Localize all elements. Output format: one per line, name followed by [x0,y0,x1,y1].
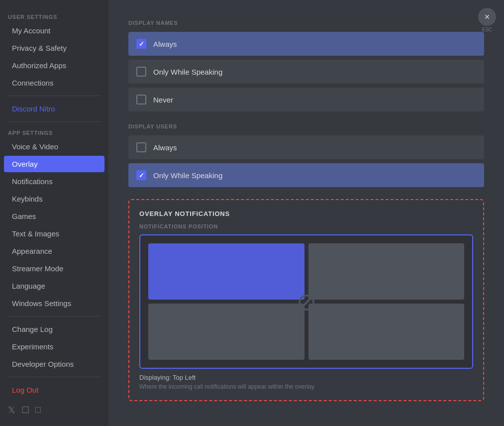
sidebar-item-my-account[interactable]: My Account [4,22,104,39]
position-top-left-button[interactable] [148,243,304,300]
display-users-always-label: Always [153,143,177,152]
sidebar-divider-2 [8,121,101,122]
notifications-position-label: Notifications Position [139,223,473,229]
display-users-always-checkbox[interactable] [136,142,146,152]
display-names-label: Display Names [128,20,484,26]
display-names-always-label: Always [153,40,177,48]
user-settings-section-label: User Settings [0,10,108,22]
sidebar-divider-4 [8,377,101,377]
sidebar-item-authorized-apps[interactable]: Authorized Apps [4,57,104,74]
facebook-icon[interactable]: ☐ [21,405,29,416]
sidebar-item-experiments[interactable]: Experiments [4,338,104,355]
sidebar-item-privacy-safety[interactable]: Privacy & Safety [4,40,104,56]
sidebar-item-appearance[interactable]: Appearance [4,243,104,259]
display-names-speaking-label: Only While Speaking [153,68,222,76]
sidebar-item-connections[interactable]: Connections [4,75,104,91]
esc-label: ESC [482,27,493,32]
display-users-section: Display Users Always Only While Speaking [128,123,484,187]
display-names-never-label: Never [153,96,173,104]
overlay-notifications-title: Overlay Notifications [139,210,473,217]
social-links: 𝕏 ☐ □ [0,401,108,420]
display-users-label: Display Users [128,123,484,129]
sidebar-item-developer-options[interactable]: Developer Options [4,356,104,372]
display-names-always-option[interactable]: Always [128,32,484,56]
close-button[interactable]: × [478,8,496,26]
app-settings-section-label: App Settings [0,126,108,138]
displaying-text: Displaying: Top Left [139,374,473,381]
position-top-right-button[interactable] [308,243,465,300]
main-content: × ESC Display Names Always Only While Sp… [108,0,504,426]
sidebar-item-logout[interactable]: Log Out [4,382,104,398]
display-users-speaking-label: Only While Speaking [153,171,222,180]
overlay-notifications-section: Overlay Notifications Notifications Posi… [128,199,484,401]
display-users-always-option[interactable]: Always [128,135,484,159]
displaying-description: Where the incoming call notifications wi… [139,383,473,390]
sidebar-item-language[interactable]: Language [4,278,104,294]
display-names-never-checkbox[interactable] [136,95,146,105]
sidebar-item-text-images[interactable]: Text & Images [4,225,104,242]
sidebar-divider-3 [8,316,101,317]
display-users-speaking-checkbox[interactable] [136,170,146,180]
sidebar-item-change-log[interactable]: Change Log [4,321,104,337]
sidebar-item-notifications[interactable]: Notifications [4,173,104,190]
sidebar-item-windows-settings[interactable]: Windows Settings [4,295,104,312]
sidebar-item-voice-video[interactable]: Voice & Video [4,138,104,155]
display-names-speaking-option[interactable]: Only While Speaking [128,60,484,84]
twitter-icon[interactable]: 𝕏 [8,405,15,416]
sidebar-item-keybinds[interactable]: Keybinds [4,191,104,207]
sidebar-item-streamer-mode[interactable]: Streamer Mode [4,260,104,277]
display-names-always-checkbox[interactable] [136,39,146,49]
close-area: × ESC [478,8,496,32]
sidebar-divider-1 [8,96,101,96]
sidebar-item-discord-nitro[interactable]: Discord Nitro [4,101,104,117]
sidebar-item-games[interactable]: Games [4,208,104,224]
sidebar-item-overlay[interactable]: Overlay [4,156,104,172]
position-bottom-left-button[interactable] [148,304,304,360]
position-grid [148,243,464,360]
position-grid-container: ⊘ [139,234,473,369]
display-names-never-option[interactable]: Never [128,88,484,111]
sidebar: User Settings My Account Privacy & Safet… [0,0,108,426]
position-bottom-right-button[interactable] [308,304,465,360]
display-names-section: Display Names Always Only While Speaking… [128,20,484,111]
display-names-speaking-checkbox[interactable] [136,67,146,77]
instagram-icon[interactable]: □ [35,405,41,416]
display-users-speaking-option[interactable]: Only While Speaking [128,163,484,187]
